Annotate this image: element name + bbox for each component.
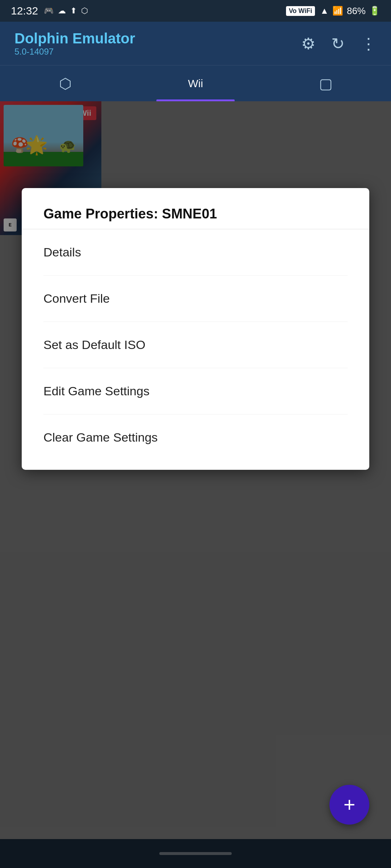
toolbar-actions: ⚙ ↻ ⋮ bbox=[301, 34, 377, 53]
app-toolbar: Dolphin Emulator 5.0-14097 ⚙ ↻ ⋮ bbox=[0, 22, 391, 65]
fab-plus-icon: + bbox=[344, 795, 356, 815]
status-bar-right: Vo WiFi ▲ 📶 86% 🔋 bbox=[286, 5, 380, 17]
app-title: Dolphin Emulator bbox=[14, 30, 135, 47]
refresh-icon[interactable]: ↻ bbox=[331, 34, 345, 53]
dialog-item-set-default-iso[interactable]: Set as Default ISO bbox=[43, 322, 348, 368]
more-icon[interactable]: ⋮ bbox=[361, 34, 377, 53]
dialog-item-convert-file[interactable]: Convert File bbox=[43, 276, 348, 322]
tab-wii-label: Wii bbox=[188, 77, 203, 90]
clear-game-settings-label: Clear Game Settings bbox=[43, 430, 158, 444]
status-time: 12:32 bbox=[11, 5, 38, 17]
status-icons: 🎮 ☁ ⬆ ⬡ bbox=[44, 6, 88, 16]
settings-icon[interactable]: ⚙ bbox=[301, 34, 315, 53]
wifi-badge: Vo WiFi bbox=[286, 6, 315, 16]
set-default-iso-label: Set as Default ISO bbox=[43, 338, 146, 352]
tab-wii[interactable]: Wii bbox=[130, 65, 261, 101]
game-icon: 🎮 bbox=[44, 6, 54, 16]
status-bar-left: 12:32 🎮 ☁ ⬆ ⬡ bbox=[11, 5, 88, 17]
upload-icon: ⬆ bbox=[70, 6, 77, 16]
folder-icon: ▢ bbox=[319, 75, 333, 92]
app-version: 5.0-14097 bbox=[14, 47, 135, 57]
battery-text: 86% bbox=[347, 5, 366, 17]
notification-icon: ☁ bbox=[58, 6, 66, 16]
tab-gamecube[interactable]: ⬡ bbox=[0, 65, 130, 101]
dialog-item-clear-game-settings[interactable]: Clear Game Settings bbox=[43, 414, 348, 448]
status-right-icons: ▲ 📶 86% 🔋 bbox=[320, 5, 380, 17]
fab-add-button[interactable]: + bbox=[329, 785, 369, 825]
status-bar: 12:32 🎮 ☁ ⬆ ⬡ Vo WiFi ▲ 📶 86% 🔋 bbox=[0, 0, 391, 22]
dialog-item-details[interactable]: Details bbox=[43, 229, 348, 276]
wifi-icon: ▲ bbox=[320, 6, 329, 16]
dialog-title: Game Properties: SMNE01 bbox=[43, 206, 348, 222]
gamecube-icon: ⬡ bbox=[59, 75, 72, 92]
battery-icon: 🔋 bbox=[369, 6, 380, 16]
convert-file-label: Convert File bbox=[43, 292, 110, 305]
main-content: Wii 🍄 🌟 🐢 New! SUPERMARIO BROS. Wii E Ga… bbox=[0, 101, 391, 868]
edit-game-settings-label: Edit Game Settings bbox=[43, 384, 150, 398]
details-label: Details bbox=[43, 245, 81, 259]
signal-icon: 📶 bbox=[332, 6, 343, 16]
app-title-section: Dolphin Emulator 5.0-14097 bbox=[14, 30, 135, 57]
shield-icon: ⬡ bbox=[81, 6, 88, 16]
tab-folder[interactable]: ▢ bbox=[261, 65, 391, 101]
game-properties-dialog: Game Properties: SMNE01 Details Convert … bbox=[22, 188, 369, 470]
dialog-item-edit-game-settings[interactable]: Edit Game Settings bbox=[43, 368, 348, 414]
tabs-bar: ⬡ Wii ▢ bbox=[0, 65, 391, 101]
